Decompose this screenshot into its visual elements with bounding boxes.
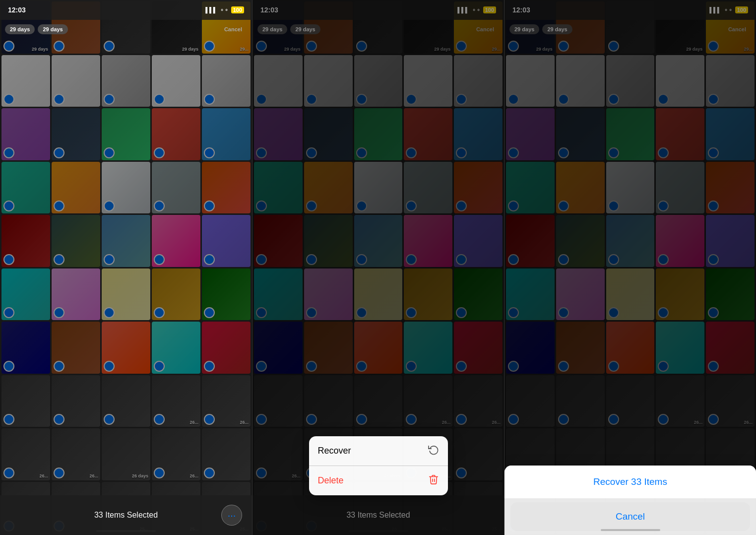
thumb-item[interactable] — [102, 215, 150, 267]
recover-label: Recover — [318, 446, 351, 456]
thumb-item[interactable] — [102, 162, 150, 214]
more-button[interactable]: ··· — [221, 505, 242, 526]
thumb-item[interactable] — [52, 55, 100, 107]
status-icons: ▌▌▌ ⚬⚬ 100 — [205, 6, 244, 13]
status-bar: 12:03 ▌▌▌ ⚬⚬ 100 — [0, 0, 252, 20]
items-selected-label: 33 Items Selected — [94, 511, 158, 520]
thumb-item[interactable]: 26... — [52, 428, 100, 480]
thumb-item[interactable] — [202, 162, 251, 214]
thumb-item[interactable] — [102, 108, 150, 160]
thumb-item[interactable]: 26... — [152, 428, 200, 480]
signal-icon: ▌▌▌ — [205, 7, 217, 13]
bottom-bar: 33 Items Selected ··· — [0, 495, 252, 535]
thumb-item[interactable] — [102, 322, 150, 374]
thumb-item[interactable] — [202, 55, 251, 107]
days-pill-2[interactable]: 29 days — [38, 24, 67, 34]
cancel-pill[interactable]: Cancel — [219, 24, 247, 34]
top-pills: 29 days 29 days Cancel — [0, 20, 252, 39]
thumb-item[interactable] — [202, 322, 251, 374]
battery-badge: 100 — [231, 6, 244, 13]
panel-2: 29 days 29 days 29... — [252, 0, 504, 535]
panel-1: 29 days 29 days 29... — [0, 0, 252, 535]
panel-dim — [504, 0, 756, 535]
thumb-item[interactable]: 26... — [1, 428, 50, 480]
thumb-item[interactable] — [52, 268, 100, 321]
thumb-item[interactable]: 26... — [152, 375, 200, 427]
thumb-item[interactable] — [152, 268, 200, 321]
thumb-item[interactable] — [202, 215, 251, 267]
thumb-item[interactable]: 26... — [202, 375, 251, 427]
thumb-item[interactable]: 26 days — [102, 428, 150, 480]
panel-3: 29 days 29 days 29... — [504, 0, 756, 535]
thumb-item[interactable] — [52, 162, 100, 214]
thumb-item[interactable] — [152, 162, 200, 214]
thumb-item[interactable] — [202, 428, 251, 480]
thumb-item[interactable] — [152, 322, 200, 374]
thumb-item[interactable] — [1, 108, 50, 160]
thumb-item[interactable] — [152, 108, 200, 160]
recover-action[interactable]: Recover — [309, 436, 448, 466]
thumb-item[interactable] — [202, 268, 251, 321]
cancel-confirm-button[interactable]: Cancel — [510, 502, 750, 531]
thumb-item[interactable] — [52, 108, 100, 160]
recover-icon — [428, 444, 439, 458]
thumb-item[interactable] — [102, 268, 150, 321]
thumb-item[interactable] — [1, 322, 50, 374]
thumb-item[interactable] — [1, 375, 50, 427]
delete-label: Delete — [318, 475, 344, 486]
status-time: 12:03 — [8, 6, 26, 14]
thumb-item[interactable] — [1, 215, 50, 267]
thumb-item[interactable] — [102, 55, 150, 107]
thumb-item[interactable] — [1, 162, 50, 214]
thumb-item[interactable] — [152, 55, 200, 107]
thumb-item[interactable] — [52, 322, 100, 374]
wifi-icon: ⚬⚬ — [220, 7, 229, 13]
thumb-item[interactable] — [152, 215, 200, 267]
thumb-item[interactable] — [102, 375, 150, 427]
thumb-item[interactable] — [1, 268, 50, 321]
days-pill-1[interactable]: 29 days — [5, 24, 35, 34]
action-sheet: Recover Delete — [309, 436, 448, 495]
thumb-item[interactable] — [52, 215, 100, 267]
thumb-item[interactable] — [52, 375, 100, 427]
thumbnails-grid: 29 days 29 days 29... — [0, 0, 252, 535]
thumb-item[interactable] — [202, 108, 251, 160]
home-indicator — [601, 529, 660, 531]
recover-33-items-button[interactable]: Recover 33 Items — [504, 466, 756, 498]
delete-action[interactable]: Delete — [309, 466, 448, 495]
thumb-item[interactable] — [1, 55, 50, 107]
delete-icon — [428, 474, 439, 487]
confirm-sheet: Recover 33 Items Cancel — [504, 466, 756, 535]
more-icon: ··· — [228, 510, 236, 521]
